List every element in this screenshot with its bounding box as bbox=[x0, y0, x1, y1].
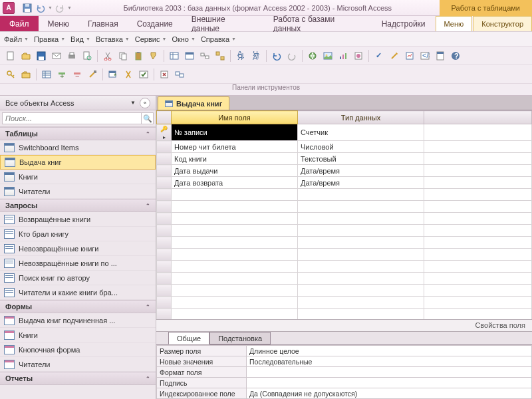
spell-icon[interactable]: ✓ bbox=[372, 49, 386, 63]
preview-icon[interactable] bbox=[80, 49, 94, 63]
menu-insert[interactable]: Вставка▼ bbox=[96, 35, 130, 43]
prop-val[interactable] bbox=[247, 378, 532, 388]
tab-database[interactable]: Работа с базами данных bbox=[264, 16, 372, 31]
hyperlink-icon[interactable] bbox=[306, 49, 319, 63]
tab-home[interactable]: Главная bbox=[78, 16, 128, 31]
image-icon[interactable] bbox=[321, 49, 334, 63]
row-selector[interactable] bbox=[157, 177, 172, 189]
properties-icon[interactable] bbox=[434, 49, 447, 63]
field-type-cell[interactable]: Числовой bbox=[298, 141, 424, 153]
deps-icon[interactable] bbox=[213, 49, 227, 63]
object-icon[interactable] bbox=[352, 49, 365, 63]
autocorrect-icon[interactable] bbox=[388, 49, 401, 63]
relationships-icon[interactable] bbox=[198, 49, 211, 63]
nav-item-form[interactable]: Читатели bbox=[0, 357, 156, 372]
cat-queries[interactable]: Запросы⌃ bbox=[0, 199, 156, 212]
field-grid[interactable]: Имя поля Тип данных 🔑▸№ записиСчетчик Но… bbox=[156, 110, 532, 320]
analyze-icon[interactable] bbox=[403, 49, 416, 63]
nav-item-query[interactable]: Поиск книг по автору bbox=[0, 271, 156, 285]
menu-file[interactable]: Файл▼ bbox=[4, 35, 29, 43]
menu-tools[interactable]: Сервис▼ bbox=[135, 35, 167, 43]
nav-item-query[interactable]: Кто брал книгу bbox=[0, 227, 156, 241]
collapse-icon[interactable]: « bbox=[140, 98, 150, 108]
dropdown-icon[interactable]: ▼ bbox=[130, 100, 136, 106]
nav-item-query[interactable]: Невозвращённые книги bbox=[0, 241, 156, 256]
sort-desc-icon[interactable]: ЯA bbox=[249, 49, 263, 63]
print-icon[interactable] bbox=[65, 49, 78, 63]
datasheet-icon[interactable] bbox=[40, 68, 53, 81]
row-selector[interactable]: 🔑▸ bbox=[157, 124, 172, 141]
nav-item-table[interactable]: Switchboard Items bbox=[0, 140, 156, 155]
folder-icon[interactable] bbox=[19, 68, 33, 81]
row-selector[interactable] bbox=[157, 165, 172, 177]
search-input[interactable] bbox=[2, 112, 142, 124]
nav-item-table[interactable]: Книги bbox=[0, 170, 156, 184]
switch-icon[interactable] bbox=[173, 68, 186, 81]
field-name-cell[interactable]: Дата выдачи bbox=[172, 165, 298, 177]
col-datatype[interactable]: Тип данных bbox=[298, 111, 424, 124]
tab-external[interactable]: Внешние данные bbox=[182, 16, 264, 31]
paste-icon[interactable] bbox=[132, 49, 145, 63]
search-icon[interactable]: 🔍 bbox=[142, 112, 154, 124]
prop-val[interactable]: Да (Совпадения не допускаются) bbox=[247, 388, 532, 399]
undo-icon[interactable] bbox=[270, 49, 283, 63]
nav-item-form[interactable]: Кнопочная форма bbox=[0, 342, 156, 357]
prop-tab-lookup[interactable]: Подстановка bbox=[209, 332, 271, 344]
table2-icon[interactable] bbox=[183, 49, 196, 63]
doc-tab[interactable]: Выдача книг bbox=[158, 96, 229, 110]
row-selector[interactable] bbox=[157, 153, 172, 165]
nav-header[interactable]: Все объекты Access ▼ « bbox=[0, 96, 156, 110]
tab-menu[interactable]: Меню bbox=[39, 16, 78, 31]
menu-help[interactable]: Справка▼ bbox=[201, 35, 236, 43]
builder-icon[interactable] bbox=[86, 68, 99, 81]
nav-item-table[interactable]: Читатели bbox=[0, 184, 156, 199]
insert-row-icon[interactable]: + bbox=[55, 68, 68, 81]
save-icon[interactable] bbox=[35, 49, 48, 63]
field-name-cell[interactable]: № записи bbox=[172, 124, 298, 141]
menu-view[interactable]: Вид▼ bbox=[70, 35, 90, 43]
save-icon[interactable] bbox=[21, 2, 33, 14]
field-type-cell[interactable]: Дата/время bbox=[298, 177, 424, 189]
field-type-cell[interactable]: Дата/время bbox=[298, 165, 424, 177]
key-icon[interactable] bbox=[4, 68, 17, 81]
nav-item-form[interactable]: Книги bbox=[0, 328, 156, 342]
chart-icon[interactable] bbox=[336, 49, 350, 63]
nav-item-query[interactable]: Читатели и какие книги бра... bbox=[0, 285, 156, 300]
field-name-cell[interactable]: Дата возврата bbox=[172, 177, 298, 189]
tab-create[interactable]: Создание bbox=[128, 16, 182, 31]
redo-icon[interactable] bbox=[54, 2, 66, 14]
code-icon[interactable]: </> bbox=[418, 49, 432, 63]
field-name-cell[interactable]: Номер чит билета bbox=[172, 141, 298, 153]
delete-row-icon[interactable]: − bbox=[70, 68, 84, 81]
undo-icon[interactable] bbox=[35, 2, 47, 14]
help-icon[interactable]: ? bbox=[449, 49, 462, 63]
file-tab[interactable]: Файл bbox=[0, 16, 39, 31]
nav-item-table[interactable]: Выдача книг bbox=[0, 155, 156, 170]
row-selector[interactable] bbox=[157, 141, 172, 153]
prop-val[interactable]: Последовательные bbox=[247, 356, 532, 367]
nav-item-form[interactable]: Выдача книг подчиненная ... bbox=[0, 313, 156, 328]
field-type-cell[interactable]: Счетчик bbox=[298, 124, 424, 141]
field-type-cell[interactable]: Текстовый bbox=[298, 153, 424, 165]
dropdown-icon[interactable]: ▼ bbox=[48, 5, 53, 10]
mail-icon[interactable] bbox=[50, 49, 63, 63]
prop-val[interactable] bbox=[247, 367, 532, 378]
dropdown-icon[interactable]: ▼ bbox=[67, 5, 72, 10]
menu-window[interactable]: Окно▼ bbox=[172, 35, 196, 43]
cat-tables[interactable]: Таблицы⌃ bbox=[0, 127, 156, 140]
col-fieldname[interactable]: Имя поля bbox=[172, 111, 298, 124]
tab-addins[interactable]: Надстройки bbox=[372, 16, 435, 31]
cat-reports[interactable]: Отчеты⌃ bbox=[0, 372, 156, 385]
indexes-icon[interactable] bbox=[122, 68, 135, 81]
cut-icon[interactable] bbox=[101, 49, 114, 63]
nav-item-query[interactable]: Возвращённые книги bbox=[0, 212, 156, 227]
sort-asc-icon[interactable]: AЯ bbox=[234, 49, 247, 63]
ctx-tab-menu[interactable]: Меню bbox=[436, 16, 473, 31]
format-painter-icon[interactable] bbox=[147, 49, 160, 63]
menu-edit[interactable]: Правка▼ bbox=[34, 35, 65, 43]
open-icon[interactable] bbox=[19, 49, 33, 63]
check-icon[interactable] bbox=[137, 68, 150, 81]
ctx-tab-design[interactable]: Конструктор bbox=[473, 16, 532, 31]
new-icon[interactable] bbox=[4, 49, 17, 63]
prop-val[interactable]: Длинное целое bbox=[247, 346, 532, 356]
